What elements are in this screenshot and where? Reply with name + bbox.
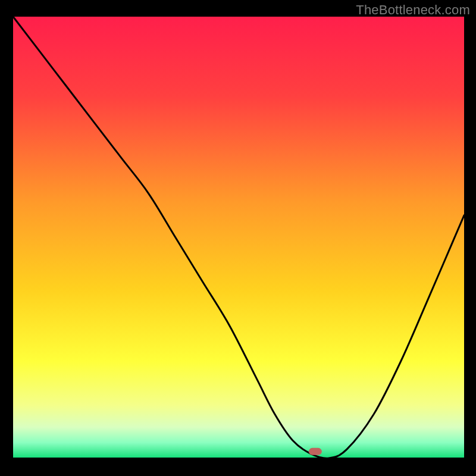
chart-background — [13, 17, 464, 458]
chart-root: TheBottleneck.com — [0, 0, 476, 476]
bottleneck-chart — [0, 0, 476, 476]
optimal-point-marker — [309, 448, 322, 455]
watermark-label: TheBottleneck.com — [356, 2, 470, 18]
